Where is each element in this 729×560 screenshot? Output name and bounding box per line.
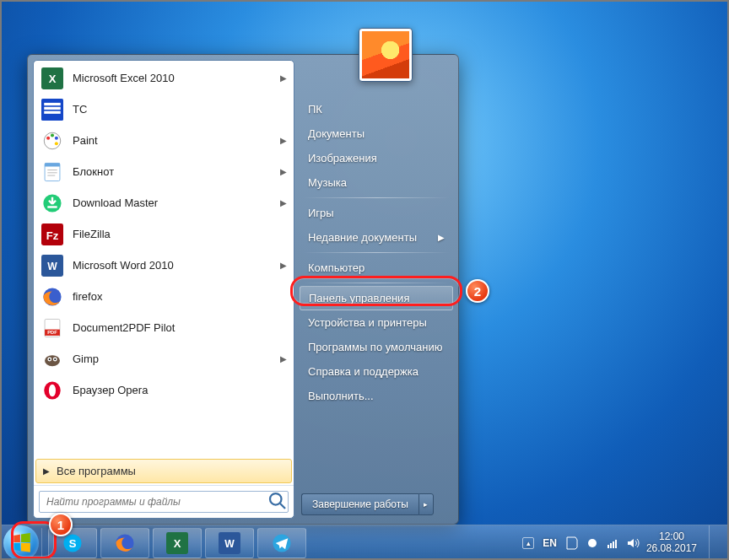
dm-icon: [40, 191, 64, 215]
program-item-notepad[interactable]: Блокнот▶: [35, 156, 292, 187]
svg-point-7: [46, 136, 50, 139]
menu-separator: [303, 197, 450, 198]
places-item[interactable]: Программы по умолчанию: [294, 335, 458, 359]
places-item[interactable]: Выполнить...: [294, 384, 458, 408]
ff-icon: [40, 285, 64, 309]
submenu-arrow-icon: ▶: [280, 261, 287, 270]
places-item[interactable]: Устройства и принтеры: [294, 310, 458, 335]
places-item[interactable]: Панель управления: [300, 286, 453, 310]
taskbar-item-skype[interactable]: S: [48, 528, 97, 558]
tray-app-icon[interactable]: [586, 536, 599, 550]
start-button[interactable]: [3, 525, 39, 561]
tc-icon: [40, 98, 64, 121]
all-programs-label: Все программы: [57, 465, 136, 477]
menu-separator: [303, 252, 450, 253]
program-item-ff[interactable]: firefox: [35, 281, 292, 312]
skype-icon: S: [62, 532, 84, 554]
user-picture[interactable]: [359, 28, 413, 82]
svg-point-32: [49, 384, 56, 396]
svg-rect-46: [613, 541, 614, 548]
svg-text:X: X: [49, 72, 57, 84]
shutdown-options-button[interactable]: ▸: [418, 493, 434, 515]
program-item-word[interactable]: WMicrosoft Word 2010▶: [35, 250, 292, 281]
program-item-fz[interactable]: FzFileZilla: [35, 218, 292, 250]
system-tray: ▴ EN 12:00 26.08.2017: [516, 525, 726, 561]
places-label: Документы: [308, 127, 364, 140]
places-item[interactable]: Изображения: [294, 146, 458, 170]
svg-line-34: [280, 503, 285, 509]
svg-text:Fz: Fz: [46, 229, 59, 241]
svg-point-26: [45, 355, 60, 366]
taskbar-item-telegram[interactable]: [257, 528, 306, 558]
submenu-arrow-icon: ▶: [280, 354, 287, 363]
action-center-icon[interactable]: [565, 536, 579, 550]
places-label: Устройства и принтеры: [308, 316, 427, 329]
places-item[interactable]: Недавние документы▶: [294, 225, 458, 250]
places-item[interactable]: Документы: [294, 121, 458, 146]
places-label: Панель управления: [309, 292, 409, 304]
program-label: Paint: [73, 134, 98, 147]
clock-date: 26.08.2017: [646, 543, 697, 554]
program-label: Microsoft Word 2010: [73, 259, 174, 272]
program-label: FileZilla: [73, 228, 111, 240]
program-label: TC: [73, 103, 87, 116]
submenu-arrow-icon: ▶: [280, 198, 287, 207]
svg-point-10: [55, 142, 58, 145]
taskbar-item-firefox[interactable]: [100, 528, 149, 558]
places-label: Недавние документы: [308, 231, 417, 244]
tray-overflow-button[interactable]: ▴: [522, 537, 534, 549]
svg-rect-12: [45, 163, 60, 166]
excel-icon: X: [166, 532, 188, 554]
places-label: Изображения: [308, 152, 377, 164]
svg-rect-5: [44, 110, 61, 113]
program-item-paint[interactable]: Paint▶: [35, 125, 292, 156]
svg-point-29: [49, 358, 51, 360]
taskbar-item-word[interactable]: W: [205, 528, 254, 558]
opera-icon: [40, 379, 64, 402]
language-indicator[interactable]: EN: [541, 537, 559, 549]
shutdown-button[interactable]: Завершение работы: [301, 493, 418, 515]
arrow-right-icon: ▶: [43, 466, 50, 476]
telegram-icon: [271, 532, 293, 554]
shutdown-group: Завершение работы ▸: [301, 493, 451, 515]
search-icon[interactable]: [267, 491, 288, 514]
places-item[interactable]: Игры: [294, 201, 458, 225]
places-label: Программы по умолчанию: [308, 341, 442, 353]
search-box[interactable]: [39, 491, 289, 513]
program-item-tc[interactable]: TC: [35, 94, 292, 125]
program-item-opera[interactable]: Браузер Opera: [35, 374, 292, 406]
svg-rect-45: [610, 543, 612, 548]
gimp-icon: [40, 347, 64, 371]
places-item[interactable]: Компьютер: [294, 256, 458, 280]
places-label: Выполнить...: [308, 390, 374, 402]
svg-rect-47: [615, 540, 617, 548]
places-label: Справка и поддержка: [308, 365, 418, 378]
all-programs-button[interactable]: ▶ Все программы: [35, 459, 292, 483]
clock[interactable]: 12:00 26.08.2017: [646, 531, 697, 553]
program-item-pdf[interactable]: PDFDocument2PDF Pilot: [35, 312, 292, 343]
search-input[interactable]: [40, 496, 267, 508]
pdf-icon: PDF: [40, 316, 64, 340]
places-item[interactable]: ПК: [294, 97, 458, 121]
program-label: Gimp: [73, 353, 99, 365]
places-item[interactable]: Музыка: [294, 170, 458, 195]
fz-icon: Fz: [40, 223, 64, 246]
firefox-icon: [114, 532, 136, 554]
program-item-dm[interactable]: Download Master▶: [35, 187, 292, 218]
excel-icon: X: [40, 67, 64, 90]
places-item[interactable]: Справка и поддержка: [294, 359, 458, 384]
taskbar-item-excel[interactable]: X: [153, 528, 202, 558]
show-desktop-button[interactable]: [709, 525, 719, 561]
svg-point-30: [54, 358, 56, 360]
svg-text:S: S: [69, 536, 77, 549]
start-menu-left-pane: XMicrosoft Excel 2010▶TCPaint▶Блокнот▶Do…: [33, 60, 294, 519]
network-icon[interactable]: [606, 536, 619, 550]
program-item-excel[interactable]: XMicrosoft Excel 2010▶: [35, 62, 292, 94]
svg-point-8: [51, 133, 54, 137]
program-item-gimp[interactable]: Gimp▶: [35, 343, 292, 374]
menu-separator: [303, 283, 450, 283]
word-icon: W: [40, 254, 64, 277]
program-label: Document2PDF Pilot: [73, 321, 175, 334]
places-label: Музыка: [308, 176, 347, 189]
volume-icon[interactable]: [626, 536, 640, 550]
